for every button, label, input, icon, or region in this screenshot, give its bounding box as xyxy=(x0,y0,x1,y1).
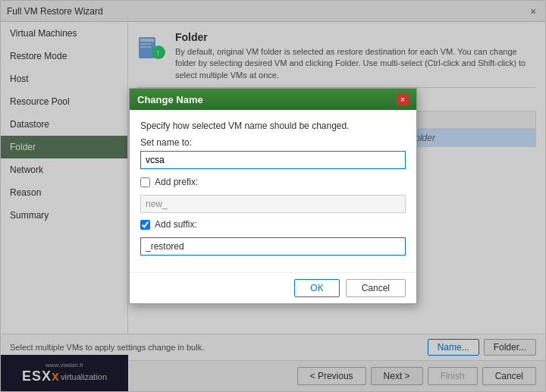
modal-cancel-button[interactable]: Cancel xyxy=(346,279,406,297)
add-suffix-label: Add suffix: xyxy=(155,219,197,230)
add-suffix-row: Add suffix: xyxy=(140,219,406,230)
set-name-label: Set name to: xyxy=(140,137,406,148)
add-prefix-label: Add prefix: xyxy=(155,177,198,187)
modal-close-button[interactable]: × xyxy=(397,93,409,105)
add-prefix-row: Add prefix: xyxy=(140,177,406,187)
add-suffix-checkbox[interactable] xyxy=(140,220,150,230)
modal-body: Specify how selected VM name should be c… xyxy=(130,110,416,272)
add-suffix-input[interactable] xyxy=(140,237,406,256)
modal-title: Change Name xyxy=(137,94,203,105)
change-name-modal: Change Name × Specify how selected VM na… xyxy=(129,88,417,304)
modal-title-bar: Change Name × xyxy=(130,89,416,110)
modal-ok-button[interactable]: OK xyxy=(294,279,339,297)
modal-description: Specify how selected VM name should be c… xyxy=(140,121,406,131)
modal-overlay: Change Name × Specify how selected VM na… xyxy=(1,1,545,391)
set-name-input[interactable] xyxy=(140,151,406,169)
add-prefix-input[interactable] xyxy=(140,195,406,213)
add-prefix-checkbox[interactable] xyxy=(140,177,150,187)
main-window: Full VM Restore Wizard × Virtual Machine… xyxy=(0,0,546,392)
modal-footer: OK Cancel xyxy=(130,272,416,303)
